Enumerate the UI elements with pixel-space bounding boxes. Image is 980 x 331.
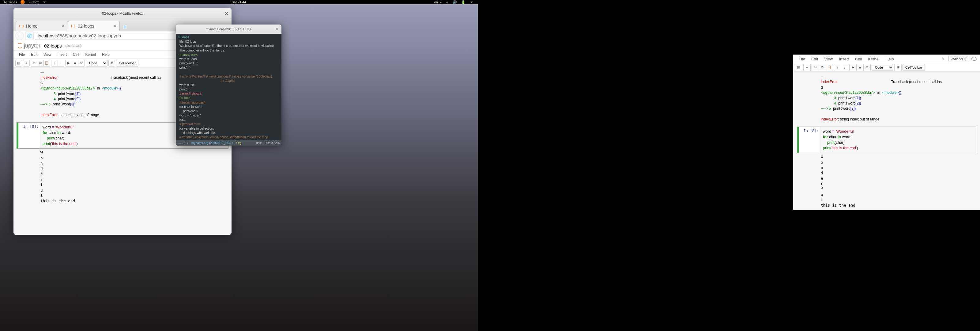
stop-button[interactable]: ■ <box>72 60 78 67</box>
activities-button[interactable]: Activities <box>4 0 17 4</box>
menu-insert[interactable]: Insert <box>55 51 69 58</box>
celltoolbar-dropdown[interactable]: CellToolbar <box>902 64 925 71</box>
back-button[interactable]: ← <box>15 32 24 40</box>
cut-button[interactable]: ✂ <box>811 64 819 71</box>
jupyter-icon <box>17 43 23 48</box>
menu-cell[interactable]: Cell <box>70 51 82 58</box>
clock[interactable]: Sat 21:44 <box>232 0 246 4</box>
restart-button[interactable]: ⟳ <box>863 64 871 71</box>
paste-button[interactable]: 📋 <box>826 64 833 71</box>
pencil-icon[interactable]: ✎ <box>939 56 947 62</box>
menu-cell[interactable]: Cell <box>853 56 864 62</box>
paste-button[interactable]: 📋 <box>43 60 50 67</box>
notebook-name[interactable]: 02-loops <box>44 43 62 48</box>
window-titlebar[interactable]: 02-loops - Mozilla Firefox × <box>13 8 232 19</box>
firefox-icon[interactable] <box>21 0 25 4</box>
emacs-title: mynotes.org<20160217_UCL> <box>205 27 251 31</box>
code-editor[interactable]: word = 'Wonderful' for char in word: pri… <box>820 127 976 153</box>
menu-edit[interactable]: Edit <box>809 56 821 62</box>
move-up-button[interactable]: ↑ <box>51 60 58 67</box>
run-button[interactable]: ▶ <box>65 60 72 67</box>
menu-edit[interactable]: Edit <box>29 51 40 58</box>
menu-kernel[interactable]: Kernel <box>83 51 99 58</box>
add-cell-button[interactable]: + <box>803 64 811 71</box>
input-prompt: In [8]: <box>799 127 820 153</box>
modeline-status: — - 21k <box>178 141 188 145</box>
window-close-button[interactable]: × <box>224 10 229 18</box>
jupyter-icon <box>19 24 24 28</box>
menu-insert[interactable]: Insert <box>836 56 851 62</box>
volume-icon[interactable]: 🔊 <box>453 0 457 4</box>
emacs-buffer[interactable]: ○ Loops file: 02-loop We have a lot of d… <box>176 34 282 141</box>
chevron-down-icon <box>43 2 46 3</box>
active-app-name[interactable]: Firefox <box>29 0 39 4</box>
emacs-titlebar[interactable]: mynotes.org<20160217_UCL> × <box>176 24 282 34</box>
menu-file[interactable]: File <box>16 51 27 58</box>
modeline-position: unix | 147: 0 22% <box>256 141 280 145</box>
emacs-modeline: — - 21k mynotes.org<20160217_UCL> Org un… <box>176 141 282 146</box>
menu-file[interactable]: File <box>796 56 808 62</box>
new-tab-button[interactable]: + <box>121 23 129 30</box>
tab-close-icon[interactable]: × <box>114 23 116 29</box>
chevron-down-icon <box>470 2 473 3</box>
emacs-window: mynotes.org<20160217_UCL> × ○ Loops file… <box>176 24 282 146</box>
cell-type-select[interactable]: Code <box>86 60 108 67</box>
stdout-output: W o n d e r f u l this is the end <box>797 153 976 209</box>
jupyter-logo[interactable]: jupyter <box>17 43 40 49</box>
window-title: 02-loops - Mozilla Firefox <box>102 11 143 16</box>
notebook-content[interactable]: --- IndexError Traceback (most recent ca… <box>793 72 980 210</box>
menu-kernel[interactable]: Kernel <box>865 56 882 62</box>
autosave-status: (autosaved) <box>65 44 82 48</box>
jupyter-toolbar: ▤ + ✂ ⧉ 📋 ↑ ↓ ▶ ■ ⟳ Code ⌘ CellToolbar <box>793 63 980 72</box>
menu-help[interactable]: Help <box>883 56 896 62</box>
window-close-button[interactable]: × <box>275 26 278 32</box>
cut-button[interactable]: ✂ <box>30 60 37 67</box>
menu-view[interactable]: View <box>822 56 835 62</box>
tab-label: Home <box>26 24 37 29</box>
add-cell-button[interactable]: + <box>23 60 30 67</box>
restart-button[interactable]: ⟳ <box>78 60 85 67</box>
save-button[interactable]: ▤ <box>795 64 802 71</box>
globe-icon[interactable]: 🌐 <box>25 32 34 40</box>
command-palette-button[interactable]: ⌘ <box>108 60 115 67</box>
move-down-button[interactable]: ↓ <box>57 60 64 67</box>
code-cell-8[interactable]: In [8]: word = 'Wonderful' for char in w… <box>797 126 976 153</box>
traceback-output: --- IndexError Traceback (most recent ca… <box>797 73 976 123</box>
jupyter-menubar: File Edit View Insert Cell Kernel Help ✎… <box>793 54 980 63</box>
run-button[interactable]: ▶ <box>849 64 857 71</box>
stdout-output: W o n d e r f u l this is the end <box>16 149 229 205</box>
jupyter-notebook-zoomed: File Edit View Insert Cell Kernel Help ✎… <box>793 54 980 210</box>
move-up-button[interactable]: ↑ <box>834 64 841 71</box>
cell-type-select[interactable]: Code <box>872 64 893 71</box>
chevron-down-icon <box>439 2 442 3</box>
menu-view[interactable]: View <box>41 51 54 58</box>
keyboard-lang-indicator[interactable]: en <box>434 0 442 4</box>
gnome-top-bar: Activities Firefox Sat 21:44 en ⏚ 🔊 🔋 <box>0 0 478 4</box>
modeline-mode: Org <box>236 141 242 145</box>
celltoolbar-dropdown[interactable]: CellToolbar <box>116 60 138 67</box>
copy-button[interactable]: ⧉ <box>37 60 44 67</box>
battery-icon[interactable]: 🔋 <box>461 0 466 4</box>
kernel-busy-icon <box>971 57 977 61</box>
stop-button[interactable]: ■ <box>856 64 864 71</box>
move-down-button[interactable]: ↓ <box>841 64 848 71</box>
tab-label: 02-loops <box>78 24 94 29</box>
save-button[interactable]: ▤ <box>15 60 22 67</box>
menu-help[interactable]: Help <box>100 51 112 58</box>
browser-tab-home[interactable]: Home × <box>16 21 68 30</box>
copy-button[interactable]: ⧉ <box>819 64 826 71</box>
modeline-filename: mynotes.org<20160217_UCL> <box>191 141 233 145</box>
input-prompt: In [8]: <box>18 123 40 149</box>
kernel-indicator[interactable]: Python 3 <box>948 56 968 62</box>
command-palette-button[interactable]: ⌘ <box>894 64 902 71</box>
network-icon[interactable]: ⏚ <box>446 0 449 4</box>
browser-tab-notebook[interactable]: 02-loops × <box>68 21 120 30</box>
tab-close-icon[interactable]: × <box>62 23 65 29</box>
jupyter-icon <box>71 24 75 28</box>
